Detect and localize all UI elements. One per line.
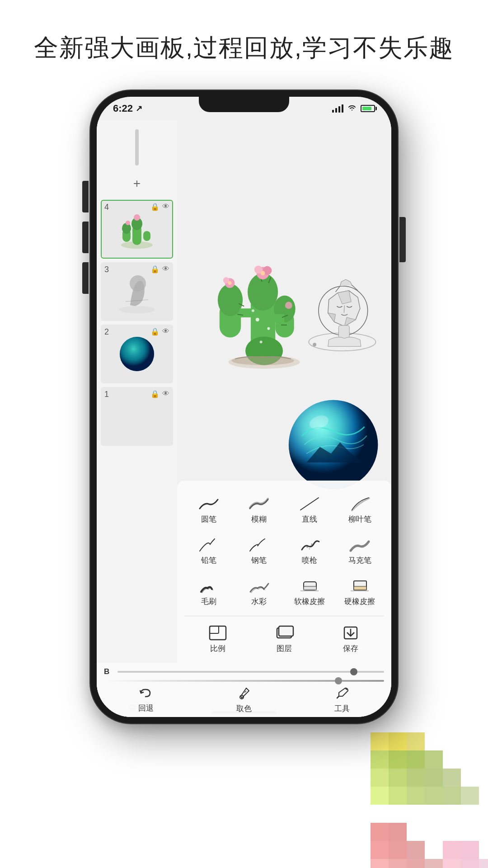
tool-layers[interactable]: 图层	[251, 620, 317, 658]
svg-rect-3	[371, 750, 389, 769]
tool-save[interactable]: 保存	[318, 620, 384, 658]
svg-rect-22	[407, 841, 425, 859]
svg-line-82	[300, 498, 319, 510]
tool-button[interactable]: 工具	[334, 686, 350, 714]
svg-rect-53	[273, 314, 284, 322]
svg-rect-18	[371, 823, 389, 841]
battery-icon	[361, 105, 375, 112]
brush-blur[interactable]: 模糊	[235, 490, 284, 529]
location-icon: ↗	[136, 104, 142, 113]
layer-item-3[interactable]: 3 🔒 👁	[101, 262, 173, 321]
size-slider[interactable]	[117, 671, 384, 673]
svg-rect-17	[461, 787, 479, 805]
svg-rect-13	[389, 787, 407, 805]
svg-point-39	[126, 221, 130, 225]
undo-icon	[138, 687, 154, 702]
svg-point-62	[267, 327, 270, 330]
eyedropper-icon	[237, 686, 251, 703]
svg-point-38	[134, 214, 140, 221]
svg-point-41	[130, 275, 146, 292]
svg-rect-50	[239, 308, 253, 317]
layer-item-4[interactable]: 4 🔒 👁	[101, 200, 173, 259]
svg-rect-20	[371, 841, 389, 859]
layer-eye-icon: 👁	[162, 390, 169, 398]
phone-frame: 6:22 ↗	[90, 90, 398, 723]
svg-rect-2	[407, 732, 425, 750]
svg-rect-90	[354, 586, 366, 590]
svg-rect-93	[210, 626, 219, 633]
canvas-area: + 4 🔒 👁	[97, 120, 391, 717]
brush-round[interactable]: 圆笔	[184, 490, 233, 529]
svg-point-72	[285, 302, 292, 309]
layer-item-1[interactable]: 1 🔒 👁	[101, 387, 173, 446]
svg-rect-12	[371, 787, 389, 805]
brush-grid: 圆笔 模糊	[184, 490, 384, 611]
wifi-icon	[347, 104, 357, 114]
scroll-indicator	[135, 129, 139, 165]
color-pick-button[interactable]: 取色	[236, 686, 252, 714]
brush-soft-eraser[interactable]: 软橡皮擦	[285, 572, 334, 611]
add-layer-button[interactable]: +	[128, 175, 146, 193]
signal-icon	[332, 104, 343, 113]
size-slider-row: B	[97, 663, 391, 679]
layer-item-2[interactable]: 2 🔒 👁	[101, 325, 173, 383]
svg-point-75	[313, 343, 316, 346]
svg-rect-15	[425, 787, 443, 805]
tool-row: 比例 图层	[184, 616, 384, 658]
svg-rect-8	[389, 769, 407, 787]
brush-brush[interactable]: 毛刷	[184, 572, 233, 611]
svg-rect-6	[425, 750, 443, 769]
page-title: 全新强大画板,过程回放,学习不失乐趣	[0, 32, 488, 65]
svg-line-100	[337, 696, 339, 698]
svg-point-84	[311, 543, 313, 545]
brush-line[interactable]: 直线	[285, 490, 334, 529]
svg-rect-78	[338, 326, 349, 339]
layer-lock-icon: 🔒	[150, 327, 160, 336]
svg-rect-27	[443, 841, 461, 859]
bottom-bar: B	[97, 663, 391, 717]
brush-pen[interactable]: 钢笔	[235, 531, 284, 570]
svg-rect-10	[425, 769, 443, 787]
svg-rect-7	[371, 769, 389, 787]
svg-rect-31	[479, 859, 488, 868]
layer-lock-icon: 🔒	[150, 390, 160, 398]
svg-point-63	[260, 340, 263, 343]
layer-sidebar: + 4 🔒 👁	[97, 120, 177, 717]
svg-rect-87	[304, 586, 316, 590]
svg-rect-25	[407, 859, 425, 868]
svg-rect-29	[443, 859, 461, 868]
tool-icon	[335, 686, 349, 703]
brush-spray[interactable]: 喷枪	[285, 531, 334, 570]
tool-ratio[interactable]: 比例	[184, 620, 251, 658]
status-icons	[332, 104, 375, 114]
svg-rect-24	[389, 859, 407, 868]
svg-point-68	[261, 271, 265, 275]
svg-point-49	[218, 284, 243, 316]
brush-hard-eraser[interactable]: 硬橡皮擦	[336, 572, 385, 611]
svg-rect-19	[389, 823, 407, 841]
layer-lock-icon: 🔒	[150, 203, 160, 211]
svg-rect-4	[389, 750, 407, 769]
brush-willow[interactable]: 柳叶笔	[336, 490, 385, 529]
svg-point-64	[252, 309, 254, 312]
brush-marker[interactable]: 马克笔	[336, 531, 385, 570]
brush-watercolor[interactable]: 水彩	[235, 572, 284, 611]
opacity-slider[interactable]	[104, 680, 384, 682]
phone-notch	[199, 97, 289, 112]
svg-rect-30	[461, 859, 479, 868]
svg-point-83	[306, 546, 308, 548]
svg-point-71	[228, 281, 232, 285]
svg-rect-28	[461, 841, 479, 859]
svg-rect-9	[407, 769, 425, 787]
status-time: 6:22 ↗	[113, 103, 142, 114]
svg-rect-11	[443, 769, 461, 787]
svg-point-44	[120, 337, 154, 371]
undo-button[interactable]: 回退	[138, 687, 154, 713]
svg-rect-5	[407, 750, 425, 769]
brush-panel: 圆笔 模糊	[177, 481, 391, 663]
svg-rect-14	[407, 787, 425, 805]
svg-point-61	[256, 318, 259, 321]
brush-pencil[interactable]: 铅笔	[184, 531, 233, 570]
opacity-slider-row	[97, 679, 391, 684]
svg-rect-26	[425, 859, 443, 868]
